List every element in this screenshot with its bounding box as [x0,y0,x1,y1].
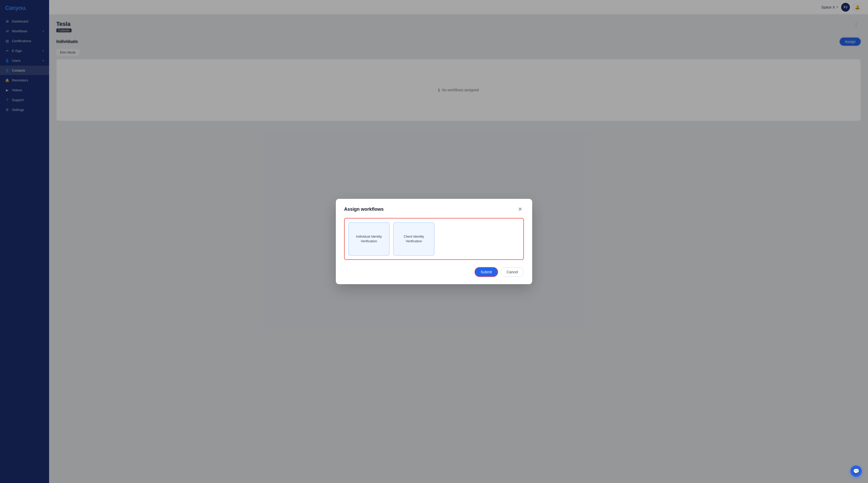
workflow-options-container: Individual Identity Verification Client … [344,218,524,260]
workflow-card-label: Client Identity Verification [398,234,430,244]
workflow-card-individual-identity[interactable]: Individual Identity Verification [348,222,390,256]
modal-overlay[interactable]: Assign workflows ✕ Individual Identity V… [0,0,868,483]
assign-workflows-modal: Assign workflows ✕ Individual Identity V… [336,199,532,284]
workflow-card-client-identity[interactable]: Client Identity Verification [393,222,435,256]
modal-title: Assign workflows [344,207,383,212]
chat-fab-button[interactable]: 💬 [850,465,862,477]
modal-header: Assign workflows ✕ [344,206,524,212]
close-button[interactable]: ✕ [517,206,524,212]
workflow-card-label: Individual Identity Verification [353,234,385,244]
submit-button[interactable]: Submit [474,267,498,277]
cancel-button[interactable]: Cancel [501,267,524,277]
modal-footer: Submit Cancel [344,267,524,277]
